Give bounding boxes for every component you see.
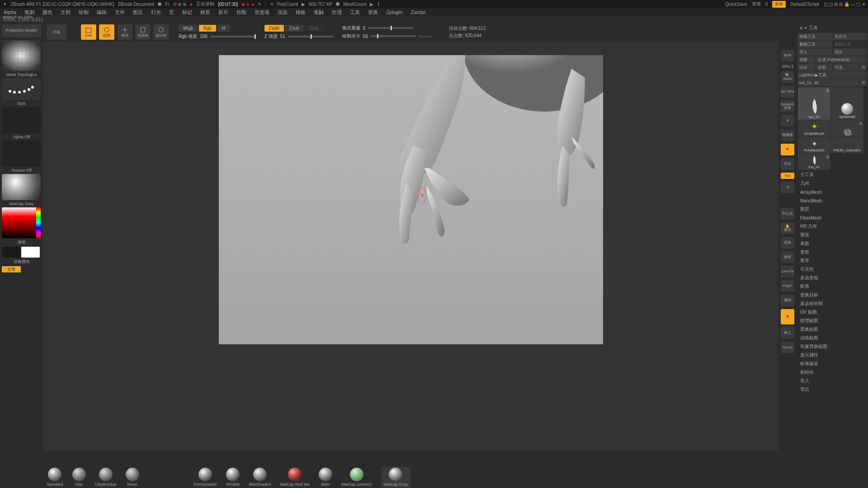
- goz-r-button[interactable]: R: [860, 64, 867, 71]
- quicksave-button[interactable]: QuickSave: [725, 2, 747, 7]
- tool-r-button[interactable]: R: [860, 79, 867, 86]
- menu-texture[interactable]: 纹理: [332, 9, 342, 16]
- brush-trimdynamic[interactable]: TrimDynamic: [193, 468, 217, 487]
- color-picker[interactable]: [2, 207, 41, 238]
- material-skinshade4[interactable]: SkinShade4: [249, 468, 271, 487]
- menu-transform[interactable]: 变换: [368, 9, 378, 16]
- dynamic-button[interactable]: ⊞: [781, 309, 794, 324]
- dynamic-persp-button[interactable]: Dynamic 变形: [781, 100, 794, 112]
- section-arraymesh[interactable]: ArrayMesh: [797, 188, 867, 196]
- texture-preview[interactable]: [2, 141, 41, 167]
- copy-tool-button[interactable]: 复制工具: [797, 41, 832, 48]
- section-vector-displacement[interactable]: 矢量置换贴图: [797, 343, 867, 351]
- section-uv-map[interactable]: UV 贴图: [797, 308, 867, 316]
- material-blinn[interactable]: Blinn: [319, 468, 332, 487]
- stroke-dots-preview[interactable]: [2, 78, 41, 100]
- menu-material[interactable]: 材质: [200, 9, 210, 16]
- rotate-axis-button[interactable]: ⟲: [781, 182, 794, 193]
- symmetry-button[interactable]: 对症: [781, 158, 794, 170]
- zcut-button[interactable]: Zcut: [305, 25, 322, 32]
- save-as-button[interactable]: 另存为: [833, 33, 868, 40]
- section-nanomesh[interactable]: NanoMesh: [797, 197, 867, 205]
- menu-file[interactable]: 文件: [115, 9, 125, 16]
- center-button[interactable]: 中心点: [781, 208, 794, 220]
- draw-mode-button[interactable]: 绘制: [99, 24, 114, 40]
- menu-color[interactable]: 颜色: [42, 9, 52, 16]
- rgb-button[interactable]: Rgb: [199, 25, 216, 32]
- goz-visible-button[interactable]: 可见: [833, 64, 859, 71]
- xpose-button[interactable]: Xpose: [781, 342, 794, 353]
- tool-panel-header[interactable]: ✕ ▾ 工具: [797, 23, 867, 33]
- close-icon[interactable]: ✕: [799, 26, 803, 31]
- line-fill-button[interactable]: Line Fill: [781, 266, 794, 277]
- brush-move[interactable]: Move: [126, 468, 139, 487]
- lightbox-button[interactable]: 灯箱: [47, 24, 66, 40]
- brush-preview[interactable]: [2, 40, 41, 71]
- perspective-button[interactable]: 👁: [781, 144, 794, 155]
- section-texture-map[interactable]: 纹理贴图: [797, 317, 867, 325]
- z-intensity-slider[interactable]: Z 强度 51: [264, 33, 333, 40]
- tool-item-tou01-2[interactable]: 2tou_01: [798, 154, 830, 170]
- secondary-color-swatch[interactable]: [2, 247, 20, 258]
- section-preview[interactable]: 预览: [797, 231, 867, 239]
- canvas-area[interactable]: [43, 42, 778, 450]
- alternate-button[interactable]: 交替: [2, 266, 21, 272]
- brush-standard[interactable]: Standard: [47, 468, 63, 487]
- zoom-button[interactable]: 缩放: [781, 237, 794, 249]
- tool-item-tou01[interactable]: 2tou_01: [798, 87, 830, 120]
- zoom-100-button[interactable]: 🔍100%: [781, 71, 794, 83]
- brush-clay[interactable]: Clay: [72, 468, 86, 487]
- move-mode-button[interactable]: 移动: [117, 24, 132, 40]
- menu-stencil[interactable]: 模板: [296, 9, 306, 16]
- section-import[interactable]: 导入: [797, 377, 867, 385]
- tool-item-star[interactable]: ✦SimpleBrush: [798, 120, 830, 136]
- menu-light[interactable]: 灯光: [151, 9, 161, 16]
- window-icon[interactable]: ◱ ◲ ⊞ ⊟ 🔒 — ▢ ✕: [824, 2, 865, 7]
- section-contact[interactable]: 联系: [797, 282, 867, 291]
- tool-item-sphere3d[interactable]: Sphere3D: [831, 87, 863, 120]
- menu-marker[interactable]: 标记: [182, 9, 192, 16]
- section-subtool[interactable]: 子工具: [797, 171, 867, 179]
- rec-controls-icon[interactable]: ■ ⏸ ●: [242, 2, 255, 7]
- zsub-button[interactable]: Zsub: [285, 25, 304, 32]
- projection-master-button[interactable]: Projection Master: [2, 24, 41, 37]
- section-polypaint[interactable]: 多边形绘制: [797, 300, 867, 308]
- alpha-preview[interactable]: [2, 107, 41, 133]
- scale-mode-button[interactable]: 缩放绳: [135, 24, 151, 40]
- section-fibermesh[interactable]: FiberMesh: [797, 214, 867, 222]
- rotate-mode-button[interactable]: 旋转绳: [153, 24, 169, 40]
- menu-picker[interactable]: 拾取: [236, 9, 246, 16]
- lightbox-tools-button[interactable]: LightBox▶工具: [797, 71, 867, 79]
- menu-edit[interactable]: 编辑: [97, 9, 107, 16]
- section-displacement-map[interactable]: 置换贴图: [797, 325, 867, 333]
- material-matcap-red[interactable]: MatCap Red Wa: [280, 468, 310, 487]
- section-unified-skin[interactable]: 标准蒙皮: [797, 360, 867, 368]
- move-button[interactable]: ✋移动: [781, 222, 794, 234]
- material-preview[interactable]: [2, 174, 41, 200]
- make-polymesh-button[interactable]: 生成 PolyMesh3D: [816, 56, 867, 63]
- section-initialize[interactable]: 初始化: [797, 368, 867, 376]
- m-button[interactable]: M: [217, 25, 230, 32]
- menu-button[interactable]: 菜单: [772, 1, 786, 8]
- edit-mode-button[interactable]: Edit: [81, 24, 96, 40]
- default-zscript[interactable]: DefaultZScript: [790, 2, 819, 7]
- section-deformation[interactable]: 变形: [797, 248, 867, 256]
- section-hd-geometry[interactable]: HD 几何: [797, 222, 867, 230]
- brush-claybuildup[interactable]: ClayBuildup: [95, 468, 117, 487]
- pencil-icon[interactable]: ✎: [258, 2, 261, 7]
- menu-movie[interactable]: 影片: [218, 9, 228, 16]
- floor-grid-button[interactable]: 地网格: [781, 129, 794, 141]
- import-button[interactable]: 导入: [797, 48, 832, 56]
- viewport[interactable]: [219, 55, 603, 344]
- section-layers[interactable]: 图层: [797, 205, 867, 213]
- brush-hpolish[interactable]: hPolish: [226, 468, 240, 487]
- menu-macro[interactable]: 宏: [169, 9, 174, 16]
- material-matcap-gray[interactable]: MatCap Gray: [381, 467, 411, 488]
- tool-item-cube[interactable]: 4: [831, 120, 863, 136]
- menu-zscript[interactable]: Zscript: [410, 9, 425, 15]
- menu-preferences[interactable]: 首选项: [255, 9, 269, 16]
- zadd-button[interactable]: Zadd: [264, 25, 284, 32]
- tool-item-polymesh3d[interactable]: ✦PolyMesh3D: [798, 137, 830, 153]
- menu-stroke[interactable]: 笔触: [314, 9, 324, 16]
- material-matcap-green[interactable]: MatCap GreenCl: [341, 468, 372, 487]
